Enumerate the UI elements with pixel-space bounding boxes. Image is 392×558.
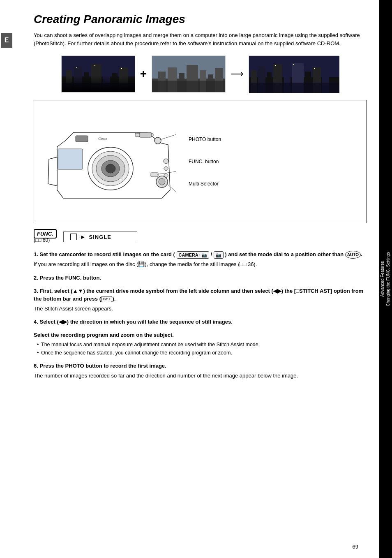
- step-6-text: Press the PHOTO button to record the fir…: [39, 363, 166, 369]
- camera-badge: CAMERA · 📷: [177, 251, 209, 259]
- svg-rect-5: [91, 64, 101, 93]
- svg-point-52: [159, 178, 165, 185]
- arrow-sign: ⟶: [231, 69, 244, 79]
- single-text: SINGLE: [89, 234, 111, 240]
- step-4: 4. Select (◀▶) the direction in which yo…: [34, 318, 367, 326]
- camera-labels: PHOTO button FUNC. button Multi Selector: [180, 137, 360, 187]
- step-2-header: 2. Press the FUNC. button.: [34, 274, 367, 282]
- e-tab-label: E: [5, 37, 9, 44]
- step-3-num: 3.: [34, 288, 39, 294]
- svg-rect-6: [103, 68, 110, 93]
- step-3-body: The Stitch Assist screen appears.: [34, 305, 367, 313]
- step-6-header: 6. Press the PHOTO button to record the …: [34, 362, 367, 370]
- step-3-header: 3. First, select (▲▼) the current drive …: [34, 287, 367, 303]
- sidebar-line-1: Advanced Features: [380, 252, 385, 306]
- svg-rect-8: [119, 67, 128, 93]
- svg-rect-35: [275, 65, 276, 66]
- pano-image-1: [61, 56, 135, 93]
- step-1-header: 1. Set the camcorder to record still ima…: [34, 250, 367, 259]
- plus-sign: +: [140, 67, 147, 81]
- svg-rect-10: [76, 67, 77, 68]
- func-badge-group: FUNC. (□□ 60): [34, 231, 57, 243]
- multi-selector-label: Multi Selector: [189, 181, 360, 187]
- svg-rect-2: [66, 70, 72, 93]
- step-6-num: 6.: [34, 363, 39, 369]
- pano-image-combined: [249, 56, 339, 93]
- func-row: FUNC. (□□ 60) ► SINGLE: [34, 231, 367, 243]
- side-tab-e: E: [0, 0, 13, 558]
- svg-point-47: [154, 137, 161, 144]
- e-tab-box: E: [1, 33, 12, 48]
- svg-rect-34: [249, 83, 339, 93]
- svg-rect-55: [76, 136, 88, 142]
- svg-rect-46: [139, 132, 152, 137]
- pano-image-2: [152, 56, 226, 93]
- svg-line-57: [160, 134, 176, 140]
- svg-point-49: [164, 167, 168, 171]
- svg-rect-53: [151, 173, 158, 177]
- step-3: 3. First, select (▲▼) the current drive …: [34, 287, 367, 313]
- svg-rect-22: [152, 81, 226, 93]
- book-icon: □□: [35, 237, 42, 243]
- set-badge: SET: [101, 296, 113, 303]
- step-5-bullets: The manual focus and manual exposure adj…: [34, 340, 367, 357]
- camera-icon-small: 📷: [201, 252, 207, 259]
- stitch-icon: □: [296, 288, 299, 294]
- svg-point-48: [164, 159, 168, 164]
- svg-rect-11: [95, 65, 95, 66]
- camera-text: CAMERA: [179, 252, 198, 259]
- svg-rect-37: [314, 68, 315, 69]
- steps-container: 1. Set the camcorder to record still ima…: [34, 250, 367, 380]
- page-title: Creating Panoramic Images: [34, 12, 367, 26]
- sidebar-line-2: Changing the FUNC. Settings: [385, 252, 391, 306]
- arrow-right-icon: ►: [80, 234, 86, 240]
- svg-point-42: [106, 164, 115, 173]
- right-sidebar-text: Advanced Features Changing the FUNC. Set…: [380, 252, 391, 306]
- step-2-text: Press the FUNC. button.: [39, 275, 101, 281]
- step-4-header: 4. Select (◀▶) the direction in which yo…: [34, 318, 367, 326]
- step-6-body: The number of images recorded so far and…: [34, 372, 367, 380]
- square-icon: [70, 234, 77, 240]
- panoramic-images-row: + ⟶: [34, 56, 367, 93]
- svg-rect-54: [58, 149, 83, 169]
- svg-rect-3: [74, 66, 82, 93]
- step-1-num: 1.: [34, 251, 39, 257]
- book-ref-1: □□: [240, 261, 247, 267]
- step-2-num: 2.: [34, 275, 39, 281]
- step-4-num: 4.: [34, 319, 39, 325]
- disc-icon: 💾: [138, 261, 145, 267]
- step-2: 2. Press the FUNC. button.: [34, 274, 367, 282]
- step-1: 1. Set the camcorder to record still ima…: [34, 250, 367, 269]
- cam-icon-badge: 📷: [214, 251, 224, 259]
- step-5-header: Select the recording program and zoom on…: [34, 331, 367, 339]
- func-sub-label: (□□ 60): [34, 237, 50, 243]
- intro-text: You can shoot a series of overlapping im…: [34, 31, 367, 49]
- svg-rect-1: [62, 76, 135, 93]
- camera-svg-area: Canon: [41, 108, 180, 216]
- svg-rect-7: [112, 73, 118, 93]
- svg-text:Canon: Canon: [98, 137, 107, 141]
- camera-diagram-inner: Canon PHOTO button: [41, 108, 360, 216]
- func-badge-label: FUNC.: [37, 231, 53, 237]
- func-button-label: FUNC. button: [189, 159, 360, 164]
- auto-badge: AUTO: [345, 251, 361, 259]
- svg-rect-9: [62, 83, 135, 93]
- page-number: 69: [353, 544, 358, 550]
- svg-rect-36: [293, 64, 294, 65]
- step-5: Select the recording program and zoom on…: [34, 331, 367, 357]
- svg-rect-4: [84, 72, 89, 93]
- svg-rect-12: [121, 68, 122, 69]
- func-mode-box: ► SINGLE: [63, 232, 137, 242]
- step-5-bullet-1: The manual focus and manual exposure adj…: [37, 340, 367, 349]
- camera-diagram-box: Canon PHOTO button: [34, 100, 367, 223]
- step-6: 6. Press the PHOTO button to record the …: [34, 362, 367, 380]
- step-5-bullet-2: Once the sequence has started, you canno…: [37, 349, 367, 357]
- step-1-body: If you are recording still images on the…: [34, 260, 367, 269]
- right-sidebar: Advanced Features Changing the FUNC. Set…: [379, 0, 392, 558]
- photo-button-label: PHOTO button: [189, 137, 360, 142]
- main-content: Creating Panoramic Images You can shoot …: [13, 0, 379, 558]
